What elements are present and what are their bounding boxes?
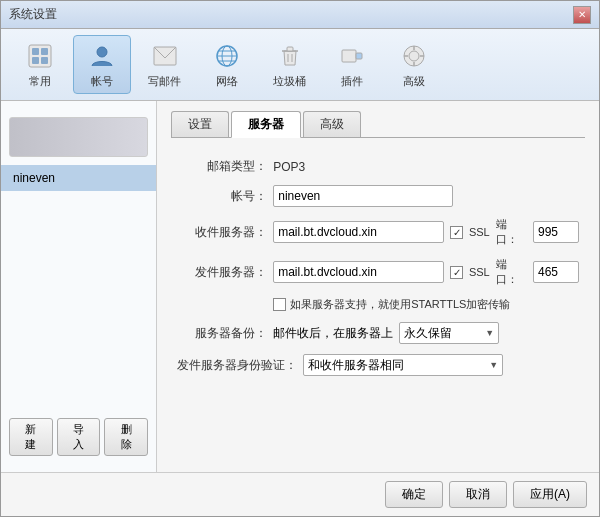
mail-type-row: 邮箱类型： POP3: [177, 158, 579, 175]
toolbar-advanced[interactable]: 高级: [385, 35, 443, 94]
incoming-ssl-checkbox[interactable]: [450, 226, 462, 239]
toolbar-compose[interactable]: 写邮件: [135, 35, 194, 94]
tab-settings[interactable]: 设置: [171, 111, 229, 137]
trash-icon: [274, 40, 306, 72]
incoming-port-input[interactable]: [533, 221, 579, 243]
auth-label: 发件服务器身份验证：: [177, 357, 297, 374]
incoming-server-controls: SSL 端口：: [273, 217, 579, 247]
toolbar-account-label: 帐号: [91, 74, 113, 89]
starttls-checkbox[interactable]: [273, 298, 286, 311]
backup-select[interactable]: 永久保留 ▼: [399, 322, 499, 344]
tab-server[interactable]: 服务器: [231, 111, 301, 138]
plugin-icon: [336, 40, 368, 72]
auth-option: 和收件服务器相同: [308, 357, 404, 374]
auth-row: 发件服务器身份验证： 和收件服务器相同 ▼: [177, 354, 579, 376]
svg-rect-4: [41, 57, 48, 64]
tabs: 设置 服务器 高级: [171, 111, 585, 138]
account-label: 帐号：: [177, 188, 267, 205]
account-icon: [86, 40, 118, 72]
account-input[interactable]: [273, 185, 453, 207]
outgoing-server-controls: SSL 端口：: [273, 257, 579, 287]
incoming-port-label: 端口：: [496, 217, 527, 247]
account-preview: [9, 117, 148, 157]
main-panel: 设置 服务器 高级 邮箱类型： POP3 帐号：: [157, 101, 599, 472]
title-bar: 系统设置 ✕: [1, 1, 599, 29]
close-button[interactable]: ✕: [573, 6, 591, 24]
main-window: 系统设置 ✕ 常用: [0, 0, 600, 517]
mail-type-label: 邮箱类型：: [177, 158, 267, 175]
outgoing-port-input[interactable]: [533, 261, 579, 283]
svg-rect-13: [287, 47, 293, 51]
starttls-row: 如果服务器支持，就使用STARTTLS加密传输: [273, 297, 579, 312]
account-row: 帐号：: [177, 185, 579, 207]
window-title: 系统设置: [9, 6, 573, 23]
toolbar: 常用 帐号 写邮件: [1, 29, 599, 101]
new-account-button[interactable]: 新建: [9, 418, 53, 456]
mail-type-value: POP3: [273, 160, 305, 174]
starttls-label: 如果服务器支持，就使用STARTTLS加密传输: [290, 297, 510, 312]
toolbar-plugin-label: 插件: [341, 74, 363, 89]
incoming-ssl-label: SSL: [469, 226, 490, 238]
backup-select-arrow: ▼: [485, 328, 494, 338]
apply-button[interactable]: 应用(A): [513, 481, 587, 508]
outgoing-server-row: 发件服务器： SSL 端口：: [177, 257, 579, 287]
backup-row: 服务器备份： 邮件收后，在服务器上 永久保留 ▼: [177, 322, 579, 344]
delete-account-button[interactable]: 删除: [104, 418, 148, 456]
advanced-icon: [398, 40, 430, 72]
toolbar-common[interactable]: 常用: [11, 35, 69, 94]
backup-desc: 邮件收后，在服务器上: [273, 325, 393, 342]
incoming-server-row: 收件服务器： SSL 端口：: [177, 217, 579, 247]
svg-rect-1: [32, 48, 39, 55]
compose-icon: [149, 40, 181, 72]
outgoing-server-input[interactable]: [273, 261, 444, 283]
svg-rect-16: [342, 50, 356, 62]
outgoing-ssl-checkbox[interactable]: [450, 266, 462, 279]
backup-option: 永久保留: [404, 325, 452, 342]
outgoing-port-label: 端口：: [496, 257, 527, 287]
outgoing-label: 发件服务器：: [177, 264, 267, 281]
toolbar-trash-label: 垃圾桶: [273, 74, 306, 89]
toolbar-common-label: 常用: [29, 74, 51, 89]
svg-rect-3: [32, 57, 39, 64]
sidebar-item-nineven[interactable]: nineven: [1, 165, 156, 191]
backup-label: 服务器备份：: [177, 325, 267, 342]
toolbar-compose-label: 写邮件: [148, 74, 181, 89]
toolbar-network[interactable]: 网络: [198, 35, 256, 94]
svg-rect-17: [356, 53, 362, 59]
cancel-button[interactable]: 取消: [449, 481, 507, 508]
network-icon: [211, 40, 243, 72]
sidebar-buttons: 新建 导入 删除: [1, 410, 156, 464]
server-form: 邮箱类型： POP3 帐号： 收件服务器： SSL 端口：: [171, 148, 585, 462]
incoming-server-input[interactable]: [273, 221, 444, 243]
outgoing-ssl-label: SSL: [469, 266, 490, 278]
svg-point-5: [97, 47, 107, 57]
auth-select-arrow: ▼: [489, 360, 498, 370]
confirm-button[interactable]: 确定: [385, 481, 443, 508]
incoming-label: 收件服务器：: [177, 224, 267, 241]
import-account-button[interactable]: 导入: [57, 418, 101, 456]
bottom-buttons: 确定 取消 应用(A): [1, 472, 599, 516]
content-area: nineven 新建 导入 删除 设置 服务器 高级: [1, 101, 599, 472]
svg-rect-2: [41, 48, 48, 55]
toolbar-advanced-label: 高级: [403, 74, 425, 89]
auth-select[interactable]: 和收件服务器相同 ▼: [303, 354, 503, 376]
toolbar-plugin[interactable]: 插件: [323, 35, 381, 94]
common-icon: [24, 40, 56, 72]
toolbar-account[interactable]: 帐号: [73, 35, 131, 94]
tab-advanced[interactable]: 高级: [303, 111, 361, 137]
toolbar-trash[interactable]: 垃圾桶: [260, 35, 319, 94]
sidebar: nineven 新建 导入 删除: [1, 101, 157, 472]
toolbar-network-label: 网络: [216, 74, 238, 89]
